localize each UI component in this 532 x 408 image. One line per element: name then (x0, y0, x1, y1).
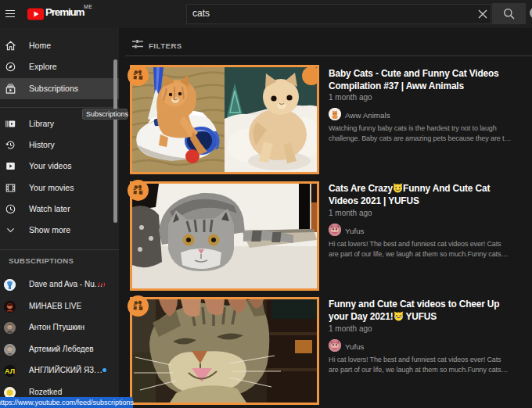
svg-text:АЛ: АЛ (5, 367, 15, 375)
